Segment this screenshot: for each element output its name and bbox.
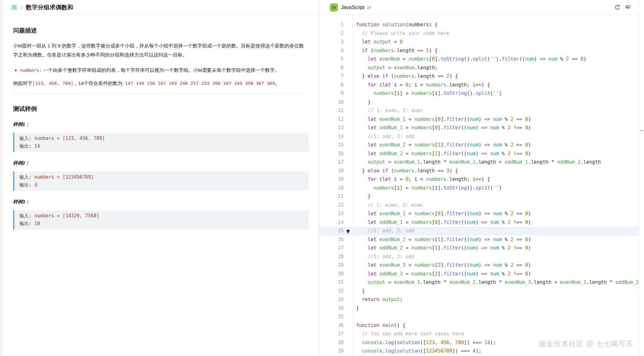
code-token: let: [368, 271, 376, 277]
code-line[interactable]: 31 output = evenNum_1.length * evenNum_2…: [319, 278, 639, 287]
code-line[interactable]: 36function main() {: [319, 321, 639, 330]
code-token: =>: [481, 271, 487, 277]
code-line[interactable]: 5 let evenNum = numbers[0].toString().sp…: [319, 55, 639, 64]
refresh-icon[interactable]: [614, 4, 621, 11]
code-line[interactable]: 37 // You can add more test cases here: [319, 330, 639, 339]
code-token: [376, 262, 379, 268]
code-line[interactable]: 16 let oddNum_2 = numbers[1].filter((num…: [319, 150, 639, 158]
code-token: toString: [443, 185, 467, 191]
code-token: let: [382, 82, 391, 88]
code-token: '': [493, 185, 499, 191]
code-token: numbers: [411, 151, 432, 156]
line-number: 29: [319, 261, 344, 270]
code-token: split: [473, 56, 487, 62]
code-token: evenNum: [379, 56, 400, 62]
code-line[interactable]: 33 return output;: [319, 295, 639, 304]
code-token: [376, 116, 379, 122]
code-line[interactable]: 26 let evenNum_2 = numbers[1].filter((nu…: [319, 235, 639, 244]
language-selector[interactable]: JS JavaScript ⇄: [330, 0, 371, 15]
code-token: i =: [391, 82, 406, 88]
description-heading: 问题描述: [13, 26, 309, 35]
code-line[interactable]: 34}: [319, 304, 639, 313]
swap-language-icon[interactable]: ⇄: [367, 5, 371, 10]
code-line[interactable]: 19 for (let i = 0; i < numbers.length; i…: [319, 175, 639, 184]
code-token: [: [435, 262, 438, 268]
code-token: =: [385, 159, 394, 165]
code-token: num: [467, 151, 476, 156]
section-divider: [13, 93, 309, 93]
sample-input-label: 输入:: [19, 136, 34, 141]
code-editor[interactable]: 1function solution(numbers) {2 // Please…: [319, 15, 639, 356]
code-token: toString: [441, 56, 464, 62]
code-line[interactable]: 8 for (let i = 0; i < numbers.length; i+…: [319, 81, 639, 90]
code-line[interactable]: 15 let evenNum_2 = numbers[1].filter((nu…: [319, 141, 639, 150]
code-token: (: [487, 56, 490, 62]
code-token: num: [493, 237, 502, 242]
line-number: 2: [319, 29, 344, 38]
code-token: '': [493, 91, 499, 96]
code-line[interactable]: 35: [319, 313, 639, 321]
code-line[interactable]: 11 // 1: even, 2: even: [319, 106, 639, 115]
code-token: num: [470, 262, 478, 268]
code-line[interactable]: 1function solution(numbers) {: [319, 21, 639, 29]
code-token: output: [368, 65, 385, 71]
problem-header: 易 4 数字分组求偶数和: [3, 0, 319, 15]
format-icon[interactable]: [625, 4, 631, 11]
code-token: console: [362, 340, 382, 345]
example-text: ，14个符合条件的数为:: [73, 81, 125, 86]
code-line[interactable]: 4 if (numbers.length == 1) {: [319, 47, 639, 55]
code-line[interactable]: 13 let oddNum_1 = numbers[0].filter((num…: [319, 124, 639, 132]
code-token: ) {: [429, 48, 438, 53]
code-line[interactable]: 14 //1: odd, 2: odd: [319, 132, 639, 141]
code-token: %: [502, 237, 511, 242]
code-token: split: [476, 91, 490, 96]
code-token: ].: [438, 151, 443, 156]
code-token: (: [490, 91, 493, 96]
code-line[interactable]: 9 numbers[i] = numbers[i].toString().spl…: [319, 89, 639, 98]
code-line[interactable]: 18 } else if (numbers.length == 3) {: [319, 167, 639, 176]
difficulty-badge: 易: [11, 4, 18, 11]
code-line[interactable]: 28 //1: odd, 2: odd: [319, 253, 639, 261]
code-line[interactable]: 6 output = evenNum.length;: [319, 64, 639, 72]
code-line[interactable]: 20 numbers[i] = numbers[i].toString().sp…: [319, 184, 639, 193]
scrollbar-thumb[interactable]: [640, 130, 643, 131]
code-token: ].: [441, 262, 447, 268]
code-line[interactable]: 2 // Please write your code here: [319, 29, 639, 38]
code-line[interactable]: 24 let oddNum_1 = numbers[0].filter((num…: [319, 218, 639, 227]
code-line[interactable]: 29 let evenNum_3 = numbers[2].filter((nu…: [319, 261, 639, 270]
code-token: ((: [461, 271, 467, 277]
code-token: [356, 125, 368, 131]
code-line[interactable]: 32 }: [319, 287, 639, 296]
sample-output-value: 14: [34, 143, 40, 149]
code-token: oddNum_1: [379, 220, 403, 225]
code-line[interactable]: 27 let oddNum_2 = numbers[1].filter((num…: [319, 244, 639, 253]
code-line[interactable]: 22 // 1: even, 2: even: [319, 201, 639, 210]
editor-scrollbar[interactable]: [639, 0, 644, 356]
code-line[interactable]: 30 let oddNum_3 = numbers[2].filter((num…: [319, 270, 639, 279]
code-token: log: [385, 348, 394, 354]
code-token: =>: [484, 142, 490, 148]
code-line[interactable]: 7 } else if (numbers.length == 2) {: [319, 72, 639, 81]
code-token: filter: [443, 220, 461, 225]
line-number: 15: [319, 141, 344, 150]
code-line[interactable]: 25 //1: odd, 2: odd: [319, 227, 639, 235]
hint-bulb[interactable]: [346, 229, 350, 235]
code-token: numbers: [411, 185, 432, 191]
code-token: =>: [540, 56, 546, 62]
code-token: [379, 323, 382, 328]
code-line[interactable]: 23 let evenNum_1 = numbers[0].filter((nu…: [319, 210, 639, 218]
code-token: if: [362, 48, 368, 53]
code-token: ].: [438, 271, 443, 277]
code-line[interactable]: 3 let output = 0: [319, 38, 639, 47]
code-line[interactable]: 17 output = evenNum_1.length * evenNum_2…: [319, 158, 639, 167]
code-line[interactable]: 21 }: [319, 192, 639, 201]
code-token: return: [362, 297, 379, 302]
hint-bulb-icon[interactable]: [346, 229, 350, 234]
code-token: ((: [464, 116, 470, 122]
code-token: 1: [435, 151, 438, 156]
code-token: =: [406, 116, 414, 122]
code-line[interactable]: 10 }: [319, 98, 639, 107]
code-token: =>: [481, 245, 487, 251]
code-token: 0: [525, 220, 528, 225]
code-line[interactable]: 12 let evenNum_1 = numbers[0].filter((nu…: [319, 115, 639, 124]
